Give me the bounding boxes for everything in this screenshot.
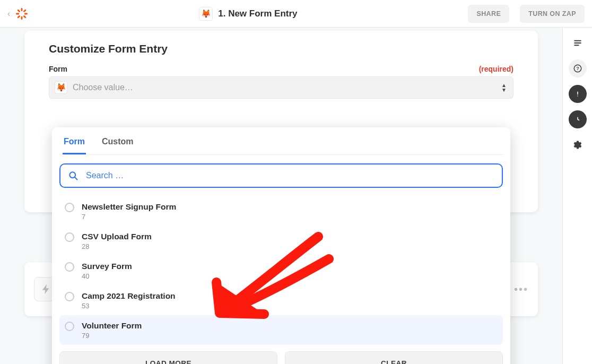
option-name: CSV Upload Form — [82, 231, 152, 242]
svg-rect-4 — [23, 9, 27, 12]
select-app-icon: 🦊 — [55, 81, 67, 94]
turn-on-zap-button[interactable]: TURN ON ZAP — [520, 5, 585, 23]
settings-gear-icon[interactable] — [569, 136, 587, 154]
field-label: Form — [49, 65, 67, 73]
option-id: 28 — [82, 242, 152, 250]
select-placeholder: Choose value… — [73, 83, 133, 92]
clear-button[interactable]: CLEAR — [285, 351, 503, 364]
top-bar: ‹ 🦊 1. New Form Entry SHARE TURN ON ZAP — [0, 0, 592, 28]
sort-chevrons-icon: ▲▼ — [501, 83, 507, 92]
option-id: 40 — [82, 272, 132, 280]
load-more-button[interactable]: LOAD MORE — [59, 351, 277, 364]
field-row: Form (required) — [49, 65, 513, 73]
card-heading: Customize Form Entry — [49, 42, 513, 55]
svg-rect-5 — [18, 15, 21, 18]
svg-rect-0 — [21, 8, 23, 11]
option-name: Camp 2021 Registration — [82, 291, 176, 301]
option-name: Volunteer Form — [82, 320, 142, 331]
svg-rect-3 — [24, 13, 28, 14]
form-dropdown: Form Custom Newsletter Signup Form 7 CSV… — [52, 127, 510, 364]
stage: Customize Form Entry Form (required) 🦊 C… — [0, 28, 562, 364]
radio-icon — [65, 203, 74, 212]
required-label: (required) — [479, 65, 513, 73]
svg-rect-16 — [577, 92, 578, 95]
radio-icon — [65, 232, 74, 242]
back-chevron-icon[interactable]: ‹ — [7, 9, 10, 19]
more-icon[interactable]: ••• — [514, 283, 528, 296]
side-toolbar: ? — [562, 28, 592, 364]
tab-custom[interactable]: Custom — [101, 127, 135, 154]
history-icon[interactable] — [569, 110, 587, 128]
app-icon: 🦊 — [199, 7, 213, 21]
svg-rect-17 — [577, 96, 578, 97]
option-name: Newsletter Signup Form — [82, 202, 176, 212]
share-button[interactable]: SHARE — [468, 5, 509, 23]
svg-rect-7 — [23, 15, 27, 18]
radio-icon — [65, 322, 74, 331]
svg-rect-2 — [16, 13, 19, 14]
page-title: 1. New Form Entry — [218, 8, 297, 19]
search-field[interactable] — [59, 163, 503, 188]
dropdown-tabs: Form Custom — [59, 127, 503, 155]
help-icon[interactable]: ? — [569, 59, 587, 77]
search-icon — [68, 170, 79, 181]
options-list: Newsletter Signup Form 7 CSV Upload Form… — [59, 196, 503, 345]
outline-icon[interactable] — [569, 34, 587, 52]
title-wrap: 🦊 1. New Form Entry — [33, 7, 463, 21]
svg-line-9 — [75, 177, 77, 180]
svg-rect-1 — [21, 16, 23, 19]
option-survey-form[interactable]: Survey Form 40 — [59, 256, 503, 285]
option-name: Survey Form — [82, 261, 132, 272]
option-id: 79 — [82, 332, 142, 340]
radio-icon — [65, 262, 74, 272]
svg-rect-6 — [18, 9, 21, 12]
form-select[interactable]: 🦊 Choose value… ▲▼ — [49, 76, 513, 99]
option-id: 7 — [82, 213, 176, 221]
zapier-logo-icon — [15, 7, 28, 20]
option-volunteer-form[interactable]: Volunteer Form 79 — [59, 315, 503, 345]
option-csv-upload-form[interactable]: CSV Upload Form 28 — [59, 226, 503, 256]
radio-icon — [65, 292, 74, 301]
dropdown-button-row: LOAD MORE CLEAR — [59, 351, 503, 364]
search-input[interactable] — [85, 170, 494, 181]
option-newsletter-signup-form[interactable]: Newsletter Signup Form 7 — [59, 196, 503, 226]
svg-text:?: ? — [576, 66, 579, 71]
tab-form[interactable]: Form — [63, 127, 86, 154]
alert-icon[interactable] — [569, 85, 587, 103]
option-camp-2021-registration[interactable]: Camp 2021 Registration 53 — [59, 285, 503, 315]
option-id: 53 — [82, 302, 176, 310]
